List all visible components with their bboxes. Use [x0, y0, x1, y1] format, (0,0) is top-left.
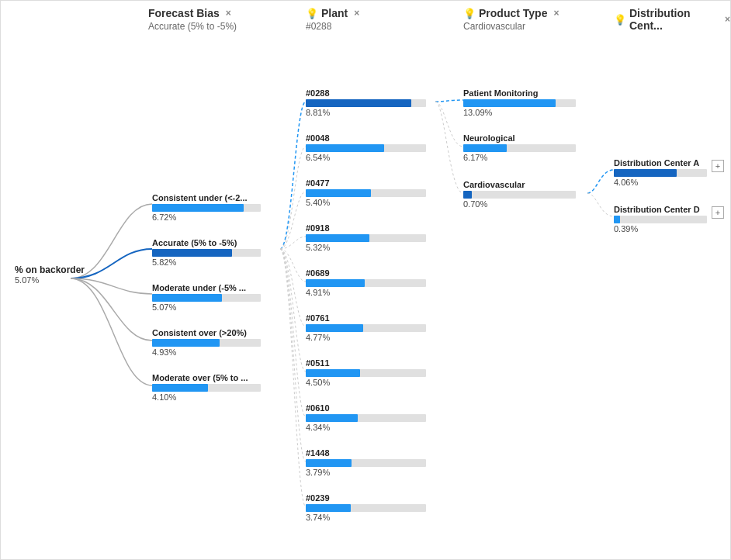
pt-track-1 — [463, 144, 576, 152]
pt-item-2[interactable]: Cardiovascular 0.70% — [463, 180, 576, 209]
plant-fill-9 — [306, 504, 351, 512]
plant-item-7[interactable]: #0610 4.34% — [306, 403, 426, 432]
dist-center-title: Distribution Cent... — [629, 7, 719, 32]
fb-item-1[interactable]: Accurate (5% to -5%) 5.82% — [152, 238, 261, 267]
dc-label-0: Distribution Center A — [614, 158, 707, 168]
plant-track-8 — [306, 459, 426, 467]
plant-fill-4 — [306, 279, 365, 287]
dc-pct-0: 4.06% — [614, 178, 707, 187]
plant-track-5 — [306, 324, 426, 332]
dc-pct-1: 0.39% — [614, 224, 707, 233]
fb-fill-1 — [152, 249, 232, 257]
pt-item-1[interactable]: Neurological 6.17% — [463, 133, 576, 162]
product-type-header: 💡 Product Type × Cardiovascular — [463, 7, 559, 32]
pt-pct-2: 0.70% — [463, 199, 576, 209]
product-type-close[interactable]: × — [553, 8, 559, 19]
dc-label-1: Distribution Center D — [614, 205, 707, 214]
plant-fill-3 — [306, 234, 369, 242]
root-node[interactable]: % on backorder 5.07% — [15, 264, 85, 285]
forecast-bias-subtitle: Accurate (5% to -5%) — [148, 21, 237, 32]
forecast-bias-close[interactable]: × — [226, 8, 231, 19]
dc-item-0[interactable]: Distribution Center A 4.06% — [614, 158, 707, 187]
dc-plus-0[interactable]: + — [712, 160, 724, 172]
plant-track-7 — [306, 414, 426, 422]
pt-label-2: Cardiovascular — [463, 180, 576, 189]
plant-close[interactable]: × — [354, 8, 359, 19]
plant-label-2: #0477 — [306, 178, 426, 188]
plant-track-6 — [306, 369, 426, 377]
distribution-center-header: 💡 Distribution Cent... × — [614, 7, 730, 33]
fb-pct-4: 4.10% — [152, 392, 261, 402]
dc-track-1 — [614, 216, 707, 223]
plant-track-2 — [306, 189, 426, 197]
plant-item-1[interactable]: #0048 6.54% — [306, 133, 426, 162]
plant-label-1: #0048 — [306, 133, 426, 143]
plant-fill-7 — [306, 414, 358, 422]
pt-item-0[interactable]: Patient Monitoring 13.09% — [463, 88, 576, 117]
plant-label-8: #1448 — [306, 448, 426, 458]
dc-fill-0 — [614, 169, 677, 177]
pt-track-0 — [463, 99, 576, 107]
plant-fill-5 — [306, 324, 363, 332]
plant-subtitle: #0288 — [306, 21, 331, 32]
dc-item-1[interactable]: Distribution Center D 0.39% — [614, 205, 707, 233]
fb-track-0 — [152, 204, 261, 212]
dc-plus-1[interactable]: + — [712, 206, 724, 219]
pt-fill-0 — [463, 99, 556, 107]
pt-label-1: Neurological — [463, 133, 576, 143]
plant-pct-2: 5.40% — [306, 198, 426, 207]
fb-fill-2 — [152, 294, 222, 302]
pt-pct-1: 6.17% — [463, 153, 576, 162]
plant-pct-6: 4.50% — [306, 378, 426, 387]
fb-track-4 — [152, 384, 261, 392]
pt-pct-0: 13.09% — [463, 108, 576, 117]
plant-track-9 — [306, 504, 426, 512]
fb-label-3: Consistent over (>20%) — [152, 328, 261, 337]
plant-item-2[interactable]: #0477 5.40% — [306, 178, 426, 207]
plant-pct-4: 4.91% — [306, 288, 426, 297]
forecast-bias-title: Forecast Bias — [148, 7, 220, 19]
plant-label-5: #0761 — [306, 313, 426, 323]
fb-track-2 — [152, 294, 261, 302]
fb-item-3[interactable]: Consistent over (>20%) 4.93% — [152, 328, 261, 357]
plant-label-6: #0511 — [306, 358, 426, 368]
fb-pct-3: 4.93% — [152, 347, 261, 357]
plant-item-4[interactable]: #0689 4.91% — [306, 268, 426, 297]
plant-item-5[interactable]: #0761 4.77% — [306, 313, 426, 342]
plant-fill-0 — [306, 99, 411, 107]
pt-fill-1 — [463, 144, 507, 152]
plant-fill-8 — [306, 459, 352, 467]
plant-track-1 — [306, 144, 426, 152]
fb-fill-0 — [152, 204, 244, 212]
plant-track-3 — [306, 234, 426, 242]
plant-item-9[interactable]: #0239 3.74% — [306, 493, 426, 522]
plant-label-9: #0239 — [306, 493, 426, 503]
plant-label-4: #0689 — [306, 268, 426, 278]
fb-fill-4 — [152, 384, 208, 392]
plant-title: Plant — [321, 7, 348, 19]
fb-pct-0: 6.72% — [152, 213, 261, 222]
plant-item-3[interactable]: #0918 5.32% — [306, 223, 426, 252]
plant-item-0[interactable]: #0288 8.81% — [306, 88, 426, 117]
plant-pct-1: 6.54% — [306, 153, 426, 162]
plant-item-6[interactable]: #0511 4.50% — [306, 358, 426, 387]
product-type-title: Product Type — [479, 7, 547, 19]
pt-label-0: Patient Monitoring — [463, 88, 576, 98]
product-type-bulb-icon: 💡 — [463, 8, 476, 19]
plant-header: 💡 Plant × #0288 — [306, 7, 359, 32]
fb-pct-1: 5.82% — [152, 258, 261, 267]
plant-pct-7: 4.34% — [306, 423, 426, 432]
dc-track-0 — [614, 169, 707, 177]
product-type-subtitle: Cardiovascular — [463, 21, 525, 32]
plant-item-8[interactable]: #1448 3.79% — [306, 448, 426, 477]
root-label: % on backorder — [15, 264, 85, 275]
fb-label-0: Consistent under (<-2... — [152, 193, 261, 202]
fb-item-2[interactable]: Moderate under (-5% ... 5.07% — [152, 283, 261, 312]
dist-center-close[interactable]: × — [725, 14, 730, 25]
plant-fill-2 — [306, 189, 371, 197]
root-pct: 5.07% — [15, 275, 85, 285]
fb-item-0[interactable]: Consistent under (<-2... 6.72% — [152, 193, 261, 222]
fb-item-4[interactable]: Moderate over (5% to ... 4.10% — [152, 373, 261, 402]
dist-center-bulb-icon: 💡 — [614, 14, 626, 26]
plant-pct-9: 3.74% — [306, 513, 426, 522]
